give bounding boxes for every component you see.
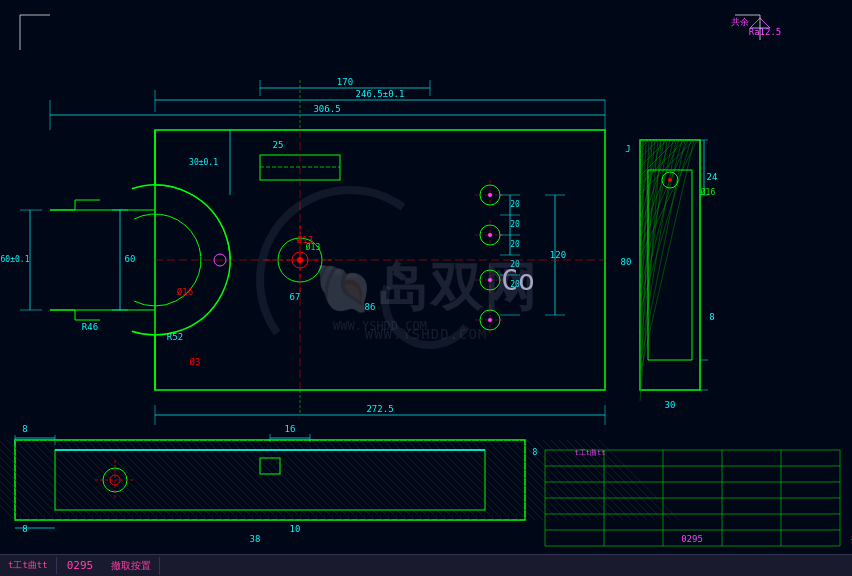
part-code: 0295: [57, 557, 104, 574]
status-bar: t工t曲tt 0295 撤取按置: [0, 554, 852, 576]
cad-drawing: 🐚岛双网 WWW.YSHDD.COM t工t曲tt 0295 撤取按置: [0, 0, 852, 576]
status-info: t工t曲tt: [0, 557, 57, 574]
drawing-canvas: [0, 0, 852, 576]
action-button[interactable]: 撤取按置: [103, 557, 160, 575]
